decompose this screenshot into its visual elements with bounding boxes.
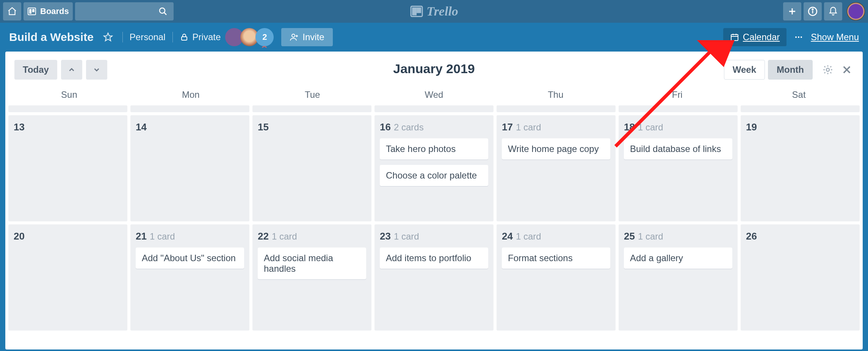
calendar-cell[interactable]: 241 cardFormat sections [497,224,616,331]
svg-marker-13 [104,33,112,41]
day-number: 14 [136,121,147,133]
calendar-card[interactable]: Build database of links [624,138,732,160]
calendar-cell[interactable]: 13 [8,115,127,221]
day-number: 24 [502,230,513,242]
day-number: 21 [136,230,147,242]
extra-members-count[interactable]: 2 ︽ [255,28,274,46]
search-input[interactable] [75,2,174,20]
dow-label: Thu [495,89,616,100]
day-number: 17 [502,121,513,133]
calendar-settings-button[interactable] [821,64,835,75]
info-button[interactable] [804,2,822,20]
svg-rect-14 [182,37,187,40]
svg-rect-2 [32,9,34,12]
calendar-row-spacer [8,105,127,112]
calendar-cell[interactable]: 19 [741,115,860,221]
calendar-cell[interactable]: 14 [130,115,249,221]
card-count-label: 1 card [272,231,297,241]
calendar-cell[interactable]: 221 cardAdd social media handles [252,224,371,331]
calendar-row-spacer [252,105,371,112]
chevron-down-icon [92,66,101,74]
view-month-button[interactable]: Month [768,60,813,80]
boards-button[interactable]: Boards [24,2,73,20]
calendar-panel: Today January 2019 Week Month SunMonTueW… [5,52,863,349]
calendar-cell-header: 13 [14,121,122,133]
svg-point-22 [795,36,797,38]
card-count-label: 1 card [394,231,419,241]
svg-rect-7 [417,8,421,13]
boards-label: Boards [40,6,69,16]
day-number: 18 [624,121,635,133]
visibility-label[interactable]: Private [193,32,221,42]
board-header: Build a Website Personal Private 2 ︽ Inv… [0,23,868,52]
calendar-card[interactable]: Add social media handles [258,248,366,279]
calendar-card[interactable]: Take hero photos [380,138,488,160]
dow-label: Fri [616,89,738,100]
invite-button[interactable]: Invite [281,28,332,46]
day-number: 15 [258,121,269,133]
app-logo[interactable]: Trello [410,4,458,19]
global-header: Boards Trello [0,0,868,23]
calendar-cell[interactable]: 26 [741,224,860,331]
svg-rect-6 [413,8,416,15]
calendar-cell-header: 19 [746,121,854,133]
calendar-cell[interactable]: 20 [8,224,127,331]
day-number: 23 [380,230,391,242]
calendar-card[interactable]: Format sections [502,248,610,269]
close-icon [841,64,852,75]
more-menu-button[interactable] [794,33,803,42]
show-menu-button[interactable]: Show Menu [811,32,859,42]
calendar-cell-header: 251 card [624,230,732,242]
svg-rect-18 [731,34,738,41]
today-button[interactable]: Today [14,60,57,80]
calendar-card[interactable]: Add items to portfolio [380,248,488,269]
calendar-row-spacer [130,105,249,112]
view-week-button[interactable]: Week [724,60,765,80]
notifications-button[interactable] [824,2,842,20]
boards-icon [27,7,36,16]
board-members: 2 ︽ [228,28,274,46]
calendar-icon [730,33,739,42]
calendar-card[interactable]: Add "About Us" section [136,248,244,269]
calendar-cell[interactable]: 251 cardAdd a gallery [619,224,738,331]
add-user-icon [290,33,299,42]
search-icon [158,7,168,16]
prev-button[interactable] [61,60,82,80]
calendar-cell[interactable]: 231 cardAdd items to portfolio [374,224,494,331]
divider [172,32,173,42]
user-avatar[interactable] [847,2,865,20]
dow-label: Mon [130,89,252,100]
calendar-grid: 131415162 cardsTake hero photosChoose a … [5,105,863,331]
calendar-cell[interactable]: 162 cardsTake hero photosChoose a color … [374,115,494,221]
calendar-cell[interactable]: 15 [252,115,371,221]
calendar-cell-header: 171 card [502,121,610,133]
board-title[interactable]: Build a Website [9,31,94,44]
calendar-cell-header: 241 card [502,230,610,242]
calendar-row-spacer [619,105,738,112]
svg-point-15 [292,34,295,37]
lock-icon [180,33,189,42]
calendar-cell[interactable]: 211 cardAdd "About Us" section [130,224,249,331]
svg-point-24 [801,36,802,38]
dow-label: Tue [252,89,373,100]
calendar-cell[interactable]: 171 cardWrite home page copy [497,115,616,221]
create-button[interactable] [783,2,801,20]
close-calendar-button[interactable] [840,64,854,75]
calendar-button[interactable]: Calendar [723,28,787,46]
calendar-card[interactable]: Write home page copy [502,138,610,160]
home-button[interactable] [3,2,21,20]
calendar-cell-header: 162 cards [380,121,488,133]
team-label[interactable]: Personal [130,32,166,42]
calendar-title: January 2019 [393,61,475,76]
trello-logo-icon [410,5,423,18]
calendar-cell-header: 221 card [258,230,366,242]
calendar-cell-header: 20 [14,230,122,242]
bell-icon [828,6,838,16]
svg-point-12 [812,9,813,10]
next-button[interactable] [86,60,107,80]
star-button[interactable] [100,32,116,42]
calendar-card[interactable]: Add a gallery [624,248,732,269]
calendar-cell[interactable]: 181 cardBuild database of links [619,115,738,221]
calendar-card[interactable]: Choose a color palette [380,165,488,186]
calendar-label: Calendar [743,32,780,42]
